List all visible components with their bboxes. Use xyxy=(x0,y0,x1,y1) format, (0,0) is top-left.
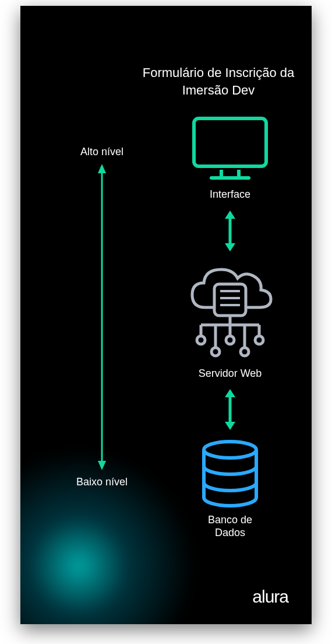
brand-logo: alura xyxy=(252,587,288,607)
link-arrow-icon xyxy=(225,389,235,430)
link-arrow-icon xyxy=(225,211,235,251)
svg-marker-2 xyxy=(98,461,106,470)
svg-marker-8 xyxy=(225,211,235,219)
label-database: Banco de Dados xyxy=(208,514,252,539)
svg-marker-28 xyxy=(225,422,235,430)
svg-point-21 xyxy=(197,336,205,344)
title: Formulário de Inscrição da Imersão Dev xyxy=(137,64,300,99)
database-icon xyxy=(198,439,262,509)
svg-point-23 xyxy=(226,336,234,344)
svg-point-29 xyxy=(204,442,256,458)
level-scale: Alto nível Baixo nível xyxy=(61,146,143,488)
svg-point-22 xyxy=(211,348,220,356)
svg-rect-3 xyxy=(194,118,266,166)
svg-point-24 xyxy=(241,348,249,356)
diagram-card: Formulário de Inscrição da Imersão Dev A… xyxy=(20,6,312,624)
stack-column: Interface xyxy=(172,114,288,539)
cloud-server-icon xyxy=(181,261,280,363)
label-baixo-nivel: Baixo nível xyxy=(76,476,128,488)
label-servidor: Servidor Web xyxy=(199,368,262,380)
level-double-arrow-icon xyxy=(98,164,106,470)
label-interface: Interface xyxy=(210,188,250,201)
monitor-icon xyxy=(189,114,271,184)
svg-marker-1 xyxy=(98,164,106,173)
svg-marker-9 xyxy=(225,243,235,251)
svg-marker-27 xyxy=(225,389,235,397)
svg-point-25 xyxy=(255,336,263,344)
label-alto-nivel: Alto nível xyxy=(80,146,123,158)
svg-rect-10 xyxy=(214,284,246,316)
